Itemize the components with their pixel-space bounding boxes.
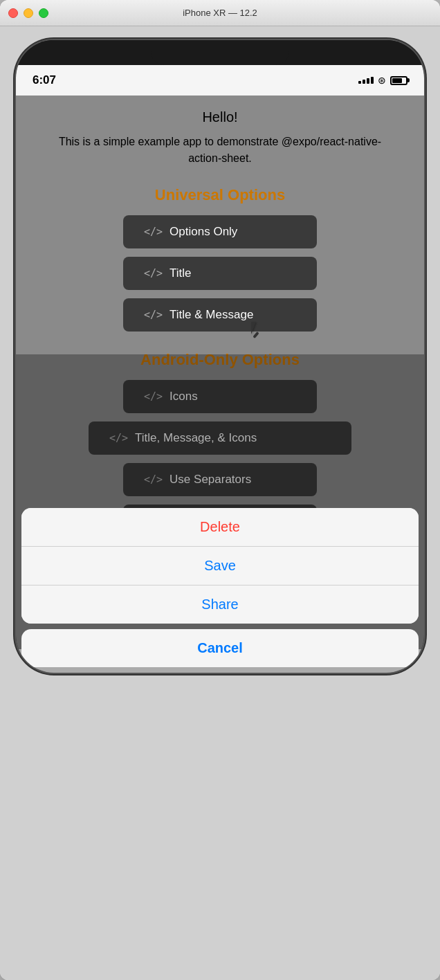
notch xyxy=(151,44,289,65)
title-bar: iPhone XR — 12.2 xyxy=(0,0,440,26)
action-sheet-share-button[interactable]: Share xyxy=(21,585,419,624)
options-only-label: Options Only xyxy=(169,225,237,239)
signal-icon xyxy=(358,77,374,84)
action-sheet-overlay: Delete Save Share Cancel xyxy=(16,354,424,673)
signal-bar-4 xyxy=(371,77,374,84)
title-message-button[interactable]: </> Title & Message xyxy=(123,298,317,332)
traffic-lights xyxy=(8,8,48,18)
status-icons: ⊛ xyxy=(358,75,407,86)
signal-bar-3 xyxy=(367,78,369,84)
close-button[interactable] xyxy=(8,8,18,18)
action-sheet-delete-button[interactable]: Delete xyxy=(21,508,419,546)
action-sheet-wrapper: Delete Save Share Cancel xyxy=(16,508,424,673)
code-icon-1: </> xyxy=(144,226,163,238)
title-button[interactable]: </> Title xyxy=(123,257,317,290)
iphone-container: 6:07 ⊛ Hello! This is a s xyxy=(0,26,440,980)
minimize-button[interactable] xyxy=(24,8,33,18)
code-icon-3: </> xyxy=(144,309,163,321)
window-title: iPhone XR — 12.2 xyxy=(183,8,257,18)
title-label: Title xyxy=(169,266,192,280)
action-sheet-cancel-group: Cancel xyxy=(21,629,419,667)
action-sheet-cancel-button[interactable]: Cancel xyxy=(21,629,419,667)
universal-options-group: </> Options Only </> Title </> Title & M… xyxy=(30,215,410,332)
section-title-universal: Universal Options xyxy=(155,186,285,204)
code-icon-2: </> xyxy=(144,267,163,280)
maximize-button[interactable] xyxy=(39,8,48,18)
wifi-icon: ⊛ xyxy=(378,75,386,86)
signal-bar-2 xyxy=(363,80,365,84)
battery-fill xyxy=(392,78,402,83)
description-text: This is a simple example app to demonstr… xyxy=(54,134,386,167)
notch-area xyxy=(16,40,424,65)
title-message-label: Title & Message xyxy=(169,308,253,322)
action-sheet-save-button[interactable]: Save xyxy=(21,546,419,585)
options-only-button[interactable]: </> Options Only xyxy=(123,215,317,248)
iphone-frame: 6:07 ⊛ Hello! This is a s xyxy=(16,40,424,673)
battery-icon xyxy=(390,76,407,85)
status-time: 6:07 xyxy=(33,73,56,87)
action-sheet-group: Delete Save Share xyxy=(21,508,419,624)
signal-bar-1 xyxy=(358,81,361,84)
mac-window: iPhone XR — 12.2 6:07 ⊛ xyxy=(0,0,440,980)
hello-heading: Hello! xyxy=(202,109,237,125)
status-bar: 6:07 ⊛ xyxy=(16,65,424,96)
